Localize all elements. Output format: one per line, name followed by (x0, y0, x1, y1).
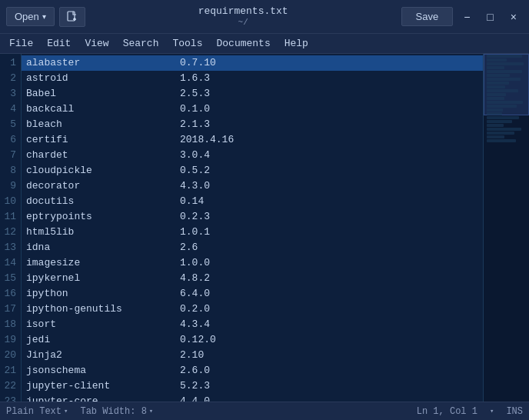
code-line-2[interactable]: astroid1.6.3 (22, 71, 483, 86)
package-name: imagesize (26, 255, 180, 271)
code-line-15[interactable]: ipykernel4.8.2 (22, 271, 483, 286)
package-version: 0.5.2 (180, 163, 210, 178)
tab-width-status[interactable]: Tab Width: 8 ▾ (80, 406, 153, 417)
minimap-line (487, 108, 503, 112)
editor-container: 1234567891011121314151617181920212223 al… (0, 54, 529, 402)
code-line-11[interactable]: eptrypoints0.2.3 (22, 209, 483, 225)
code-line-10[interactable]: docutils0.14 (22, 194, 483, 209)
code-line-4[interactable]: backcall0.1.0 (22, 102, 483, 117)
package-name: ipython-genutils (26, 302, 180, 317)
title-bar: Open ▾ requirments.txt ~/ Save − □ × (0, 0, 529, 34)
minimap-line (487, 74, 510, 77)
save-button[interactable]: Save (401, 7, 454, 26)
package-version: 2.1.3 (180, 117, 210, 132)
line-number-22: 22 (3, 378, 16, 394)
code-line-12[interactable]: html5lib1.0.1 (22, 225, 483, 240)
menu-bar: FileEditViewSearchToolsDocumentsHelp (0, 34, 529, 54)
package-version: 4.3.0 (180, 178, 210, 194)
maximize-button[interactable]: □ (481, 9, 499, 25)
package-name: Jinja2 (26, 348, 180, 363)
code-line-14[interactable]: imagesize1.0.0 (22, 255, 483, 271)
line-number-15: 15 (3, 271, 16, 286)
menu-item-edit[interactable]: Edit (41, 36, 77, 51)
package-name: jsonschema (26, 363, 180, 378)
line-number-17: 17 (3, 302, 16, 317)
line-number-4: 4 (3, 102, 16, 117)
minimap-line (487, 58, 507, 62)
code-line-19[interactable]: jedi0.12.0 (22, 332, 483, 348)
minimap-line (487, 62, 524, 65)
package-name: Babel (26, 86, 180, 102)
menu-item-documents[interactable]: Documents (210, 36, 276, 51)
code-line-18[interactable]: isort4.3.4 (22, 317, 483, 332)
syntax-chevron-icon: ▾ (64, 407, 68, 415)
code-line-23[interactable]: jupyter-core4.4.0 (22, 394, 483, 402)
package-name: bleach (26, 117, 180, 132)
menu-item-file[interactable]: File (3, 36, 39, 51)
minimap-line (487, 89, 518, 92)
window-title: requirments.txt ~/ (90, 5, 397, 28)
menu-item-help[interactable]: Help (278, 36, 314, 51)
package-name: certifi (26, 132, 180, 148)
code-line-6[interactable]: certifi2018.4.16 (22, 132, 483, 148)
menu-item-search[interactable]: Search (117, 36, 165, 51)
close-button[interactable]: × (504, 9, 523, 25)
minimap-line (487, 116, 519, 119)
code-line-16[interactable]: ipython6.4.0 (22, 286, 483, 302)
minimap-line (487, 55, 522, 58)
package-version: 1.6.3 (180, 71, 210, 86)
package-name: eptrypoints (26, 209, 180, 225)
line-number-8: 8 (3, 163, 16, 178)
package-version: 6.4.0 (180, 286, 210, 302)
line-number-20: 20 (3, 348, 16, 363)
code-line-13[interactable]: idna2.6 (22, 240, 483, 255)
package-name: docutils (26, 194, 180, 209)
minimap-line (487, 112, 502, 115)
package-version: 4.3.4 (180, 317, 210, 332)
open-button[interactable]: Open ▾ (6, 7, 55, 26)
line-number-5: 5 (3, 117, 16, 132)
menu-item-view[interactable]: View (78, 36, 115, 51)
package-name: jupyter-core (26, 394, 180, 402)
package-version: 0.2.3 (180, 209, 210, 225)
code-line-7[interactable]: chardet3.0.4 (22, 148, 483, 163)
code-line-8[interactable]: cloudpickle0.5.2 (22, 163, 483, 178)
code-line-21[interactable]: jsonschema2.6.0 (22, 363, 483, 378)
minimize-button[interactable]: − (457, 9, 476, 25)
line-number-18: 18 (3, 317, 16, 332)
code-line-20[interactable]: Jinja22.10 (22, 348, 483, 363)
code-line-22[interactable]: jupyter-client5.2.3 (22, 378, 483, 394)
new-file-button[interactable] (59, 7, 85, 27)
package-version: 0.14 (180, 194, 204, 209)
line-number-1: 1 (3, 55, 16, 71)
minimap-line (487, 120, 512, 123)
minimap-line (487, 93, 506, 96)
minimap (483, 54, 529, 402)
line-number-16: 16 (3, 286, 16, 302)
package-name: isort (26, 317, 180, 332)
code-line-5[interactable]: bleach2.1.3 (22, 117, 483, 132)
minimap-line (487, 82, 509, 85)
package-version: 2.5.3 (180, 86, 210, 102)
package-version: 1.0.1 (180, 225, 210, 240)
package-name: ipython (26, 286, 180, 302)
code-line-9[interactable]: decorator4.3.0 (22, 178, 483, 194)
line-number-12: 12 (3, 225, 16, 240)
open-label: Open (15, 11, 39, 22)
line-numbers: 1234567891011121314151617181920212223 (0, 54, 22, 402)
minimap-line (487, 132, 514, 135)
package-version: 0.2.0 (180, 302, 210, 317)
code-line-17[interactable]: ipython-genutils0.2.0 (22, 302, 483, 317)
code-line-3[interactable]: Babel2.5.3 (22, 86, 483, 102)
line-number-21: 21 (3, 363, 16, 378)
menu-item-tools[interactable]: Tools (166, 36, 208, 51)
line-number-9: 9 (3, 178, 16, 194)
package-version: 4.4.0 (180, 394, 210, 402)
line-number-13: 13 (3, 240, 16, 255)
code-area[interactable]: alabaster0.7.10astroid1.6.3Babel2.5.3bac… (22, 54, 483, 402)
status-right: Ln 1, Col 1 ▾ INS (417, 406, 523, 417)
new-file-icon (66, 11, 78, 23)
line-number-10: 10 (3, 194, 16, 209)
syntax-status[interactable]: Plain Text ▾ (6, 406, 68, 417)
code-line-1[interactable]: alabaster0.7.10 (22, 55, 483, 71)
